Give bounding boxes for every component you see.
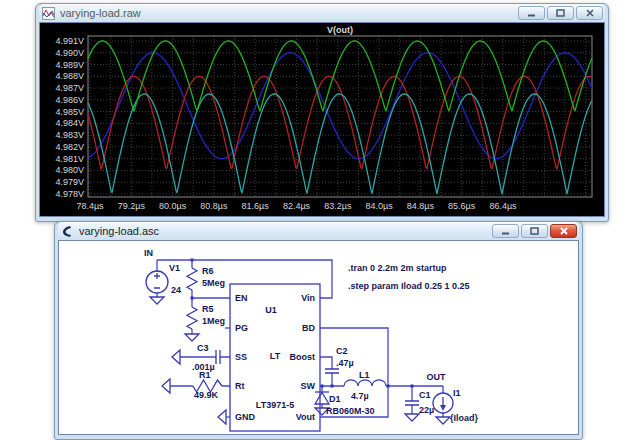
minimize-icon: [527, 10, 536, 17]
r5-ref-label: R5: [202, 304, 214, 314]
resistor-r6[interactable]: R6 5Meg: [187, 266, 225, 290]
x-tick-label: 82.4µs: [283, 201, 311, 211]
pin-vin: Vin: [301, 293, 315, 303]
y-tick-label: 4.987V: [55, 83, 84, 93]
arrow-head-icon: [440, 405, 446, 411]
y-tick-label: 4.989V: [55, 60, 84, 70]
y-tick-label: 4.979V: [55, 177, 84, 187]
plus-minus-icon: [154, 273, 160, 288]
trace-legend[interactable]: V(out): [327, 25, 353, 35]
waveform-titlebar[interactable]: varying-load.raw: [39, 4, 605, 22]
x-tick-label: 81.6µs: [242, 201, 270, 211]
close-icon: [560, 227, 568, 235]
pin-gnd: GND: [235, 412, 256, 422]
x-tick-label: 84.0µs: [365, 201, 393, 211]
net-label-out[interactable]: OUT: [427, 372, 447, 382]
x-tick-label: 79.2µs: [118, 201, 146, 211]
capacitor-c2[interactable]: C2 .47µ: [325, 346, 354, 373]
y-tick-label: 4.990V: [55, 48, 84, 58]
x-tick-label: 85.6µs: [448, 201, 476, 211]
desktop-background: varying-load.raw 4.991V4.990V4.989V4.988…: [0, 0, 630, 440]
pin-sw: SW: [301, 381, 316, 391]
plot-frame: [88, 36, 592, 197]
l1-value-label: 4.7µ: [351, 391, 369, 401]
lt-logo: LT: [270, 351, 281, 361]
pin-ss: SS: [235, 352, 247, 362]
y-tick-label: 4.981V: [55, 154, 84, 164]
u1-ref-label: U1: [265, 305, 277, 315]
pin-boost: Boost: [290, 352, 316, 362]
waveform-window-title: varying-load.raw: [60, 7, 141, 19]
maximize-button[interactable]: [521, 224, 548, 238]
r6-ref-label: R6: [202, 266, 214, 276]
net-label-in[interactable]: IN: [144, 248, 153, 258]
voltage-source-v1[interactable]: V1 24: [146, 263, 181, 295]
x-tick-label: 83.2µs: [324, 201, 352, 211]
u1-part-label: LT3971-5: [256, 400, 294, 410]
ltspice-app-icon: [60, 224, 74, 238]
r5-value-label: 1Meg: [202, 316, 225, 326]
r1-value-label: 49.9K: [194, 390, 219, 400]
x-tick-label: 84.8µs: [407, 201, 435, 211]
x-tick-label: 80.0µs: [159, 201, 187, 211]
pin-pg: PG: [235, 323, 248, 333]
current-source-i1[interactable]: I1 {Iload}: [433, 388, 479, 423]
spice-directive-tran[interactable]: .tran 0 2.2m 2m startup: [348, 263, 447, 273]
d1-value-label: RB060M-30: [326, 406, 375, 416]
waveform-file-icon: [41, 6, 55, 20]
i1-value-label: {Iload}: [450, 413, 479, 423]
y-tick-label: 4.978V: [55, 189, 84, 199]
schematic-window: varying-load.asc: [54, 221, 583, 440]
r6-value-label: 5Meg: [202, 278, 225, 288]
c3-ref-label: C3: [197, 343, 209, 353]
c1-ref-label: C1: [419, 390, 431, 400]
maximize-icon: [556, 9, 565, 17]
y-tick-label: 4.984V: [55, 118, 84, 128]
pin-rt: Rt: [235, 381, 245, 391]
close-button[interactable]: [550, 224, 577, 238]
x-tick-label: 86.4µs: [489, 201, 517, 211]
spice-directive-step[interactable]: .step param Iload 0.25 1 0.25: [348, 281, 470, 291]
inductor-l1[interactable]: L1 4.7µ: [344, 370, 386, 401]
v1-ref-label: V1: [169, 263, 180, 273]
y-tick-label: 4.986V: [55, 95, 84, 105]
y-tick-label: 4.983V: [55, 130, 84, 140]
trace-iload-0.75-step-3-[interactable]: [88, 76, 592, 169]
pin-vout: Vout: [296, 412, 315, 422]
schematic-canvas[interactable]: V1 24 IN R6 5Meg R5 1Meg: [58, 240, 579, 435]
waveform-plot[interactable]: 4.991V4.990V4.989V4.988V4.987V4.986V4.98…: [40, 23, 598, 216]
minimize-icon: [501, 228, 510, 235]
pin-en: EN: [235, 293, 248, 303]
trace-iload-0.5-step-2-[interactable]: [88, 53, 592, 159]
y-tick-label: 4.980V: [55, 165, 84, 175]
y-tick-label: 4.991V: [55, 36, 84, 46]
r1-ref-label: R1: [199, 370, 211, 380]
i1-ref-label: I1: [453, 388, 461, 398]
minimize-button[interactable]: [492, 224, 519, 238]
x-tick-label: 78.4µs: [76, 201, 104, 211]
x-tick-label: 80.8µs: [200, 201, 228, 211]
minimize-button[interactable]: [518, 6, 545, 20]
close-button[interactable]: [576, 6, 603, 20]
waveform-plot-area[interactable]: 4.991V4.990V4.989V4.988V4.987V4.986V4.98…: [39, 22, 605, 217]
resistor-r1[interactable]: R1 49.9K: [193, 370, 222, 400]
c2-ref-label: C2: [336, 346, 348, 356]
capacitor-c1[interactable]: C1 22µ: [405, 390, 434, 415]
c1-value-label: 22µ: [419, 405, 434, 415]
d1-ref-label: D1: [329, 394, 341, 404]
maximize-icon: [530, 227, 539, 235]
trace-iload-1-step-4-[interactable]: [88, 94, 592, 194]
close-icon: [586, 9, 594, 17]
v1-value-label: 24: [171, 285, 181, 295]
maximize-button[interactable]: [547, 6, 574, 20]
y-tick-label: 4.985V: [55, 107, 84, 117]
l1-ref-label: L1: [359, 370, 370, 380]
ic-lt3971[interactable]: EN PG SS Rt GND Vin BD Boost SW Vout U1 …: [230, 284, 320, 431]
schematic-window-title: varying-load.asc: [79, 225, 159, 237]
y-tick-label: 4.982V: [55, 142, 84, 152]
schematic-titlebar[interactable]: varying-load.asc: [58, 222, 579, 240]
pin-bd: BD: [302, 323, 315, 333]
resistor-r5[interactable]: R5 1Meg: [187, 304, 225, 329]
waveform-window: varying-load.raw 4.991V4.990V4.989V4.988…: [35, 3, 609, 222]
y-tick-label: 4.988V: [55, 71, 84, 81]
